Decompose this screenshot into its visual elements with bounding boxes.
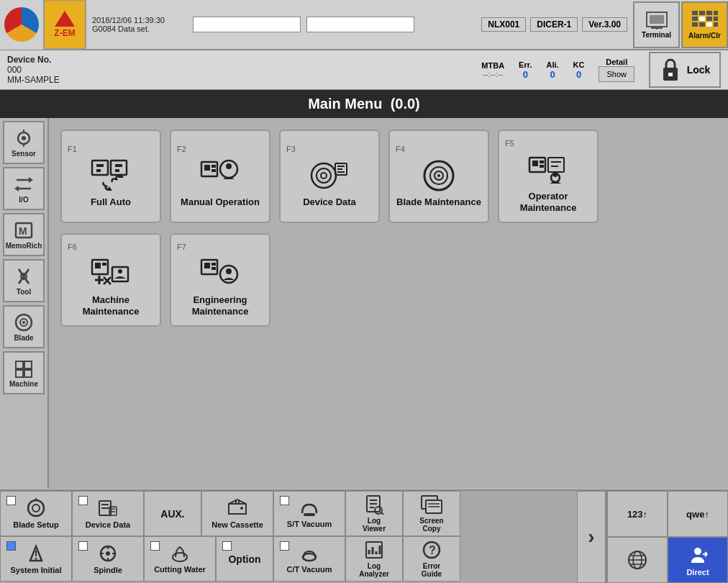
top-input-2[interactable] — [306, 17, 414, 32]
numpad-button[interactable]: 123↑ — [607, 491, 668, 537]
f7-card-label: Engineering Maintenance — [177, 294, 263, 317]
alarm-icon — [691, 10, 719, 32]
option-checkbox[interactable] — [222, 541, 232, 551]
next-page-button[interactable]: › — [577, 491, 606, 583]
svg-point-33 — [22, 321, 25, 324]
svg-rect-10 — [706, 17, 712, 21]
svg-rect-74 — [102, 263, 106, 266]
cutting-water-checkbox[interactable] — [150, 541, 160, 551]
sidebar-item-sensor[interactable]: Sensor — [3, 121, 45, 164]
cutting-water-button[interactable]: Cutting Water — [144, 536, 216, 582]
spindle-checkbox[interactable] — [78, 541, 88, 551]
f7-label: F7 — [177, 243, 186, 251]
right-row-1: 123↑ qwe↑ — [607, 491, 728, 537]
svg-rect-48 — [211, 165, 216, 168]
terminal-button[interactable]: Terminal — [633, 1, 680, 48]
qwepad-button[interactable]: qwe↑ — [668, 491, 728, 537]
bottom-device-data-button[interactable]: Device Data — [72, 491, 144, 536]
blade-setup-checkbox[interactable] — [6, 496, 16, 505]
f2-label: F2 — [177, 145, 186, 153]
f6-label: F6 — [68, 243, 77, 251]
log-viewer-button[interactable]: LogViewer — [345, 491, 403, 536]
system-initial-checkbox[interactable] — [6, 541, 16, 551]
svg-text:M: M — [19, 225, 27, 237]
sidebar-item-io[interactable]: I/O — [3, 167, 45, 210]
svg-rect-73 — [95, 263, 101, 268]
svg-rect-13 — [699, 22, 705, 27]
err-value: 0 — [523, 69, 528, 80]
sidebar-item-blade[interactable]: Blade — [3, 305, 45, 348]
new-cassette-icon — [226, 498, 249, 518]
svg-rect-41 — [111, 161, 127, 175]
lock-icon — [660, 57, 681, 83]
kc-stat: KC 0 — [573, 60, 585, 80]
z-em-button[interactable]: Z-EM — [43, 0, 86, 50]
svg-rect-47 — [204, 165, 210, 171]
svg-line-105 — [381, 512, 383, 515]
f4-blade-maintenance-button[interactable]: F4 Blade Maintenance — [388, 130, 489, 223]
alarm-label: Alarm/Clr — [688, 32, 721, 40]
new-cassette-button[interactable]: New Cassette — [201, 491, 273, 536]
direct-icon — [687, 544, 709, 566]
st-vacuum-button[interactable]: S/T Vacuum — [273, 491, 345, 536]
sidebar-item-machine[interactable]: Machine — [3, 351, 45, 394]
alarm-button[interactable]: Alarm/Clr — [681, 1, 728, 48]
device-no-label: Device No. — [7, 55, 481, 65]
f7-engineering-maintenance-button[interactable]: F7 Engineering Maintenance — [170, 233, 270, 327]
f4-card-label: Blade Maintenance — [396, 196, 481, 208]
device-row: Device No. 000 MM-SAMPLE MTBA --:--:-- E… — [0, 50, 728, 90]
op-maint-icon — [528, 153, 568, 186]
top-input-1[interactable] — [193, 17, 301, 32]
svg-rect-37 — [24, 370, 32, 377]
log-analyzer-button[interactable]: LogAnalyzer — [345, 536, 403, 582]
svg-point-86 — [226, 268, 232, 274]
globe-icon — [627, 549, 648, 571]
direct-button[interactable]: Direct — [668, 537, 728, 583]
svg-rect-43 — [115, 169, 119, 172]
svg-rect-49 — [211, 169, 216, 172]
svg-rect-14 — [706, 22, 712, 27]
system-initial-label: System Initial — [11, 566, 62, 574]
f2-card-label: Manual Operation — [181, 196, 260, 208]
sidebar-item-memorich[interactable]: M MemoRich — [3, 213, 45, 256]
svg-rect-65 — [540, 161, 544, 163]
full-auto-icon — [91, 159, 131, 192]
screen-copy-button[interactable]: ScreenCopy — [403, 491, 460, 536]
svg-point-87 — [28, 500, 44, 516]
aux-button[interactable]: AUX. — [144, 491, 201, 536]
top-center-inputs — [187, 17, 476, 32]
main-content: F1 Full Auto F2 — [49, 118, 728, 489]
device-data-checkbox[interactable] — [78, 496, 88, 505]
svg-text:?: ? — [429, 544, 436, 556]
ct-vacuum-button[interactable]: C/T Vacuum — [273, 536, 345, 582]
blade-sidebar-icon — [13, 312, 35, 333]
menu-row-1: F1 Full Auto F2 — [60, 130, 716, 223]
eng-maint-icon — [200, 257, 240, 290]
gcode-display: G0084 Data set. — [92, 24, 181, 33]
show-button[interactable]: Show — [599, 66, 634, 82]
system-initial-button[interactable]: System Initial — [0, 536, 72, 582]
svg-point-54 — [321, 173, 327, 178]
f3-device-data-button[interactable]: F3 Device Data — [279, 130, 380, 223]
system-initial-icon — [26, 543, 46, 564]
f2-manual-operation-button[interactable]: F2 Manual Operation — [170, 130, 270, 223]
ct-vacuum-checkbox[interactable] — [280, 541, 289, 551]
error-guide-button[interactable]: ? ErrorGuide — [403, 536, 460, 582]
error-guide-icon: ? — [422, 540, 442, 560]
f5-operator-maintenance-button[interactable]: F5 Operator Maintenance — [498, 130, 599, 223]
option-button[interactable]: Option — [216, 536, 273, 582]
f6-machine-maintenance-button[interactable]: F6 Machine Maintenance — [60, 233, 161, 327]
svg-rect-82 — [204, 263, 210, 268]
globe-button[interactable] — [607, 537, 668, 583]
svg-point-52 — [311, 163, 336, 188]
lock-button[interactable]: Lock — [649, 52, 721, 88]
blade-setup-button[interactable]: Blade Setup — [0, 491, 72, 536]
spindle-button[interactable]: Spindle — [72, 536, 144, 582]
direct-label: Direct — [686, 568, 709, 577]
log-analyzer-label: LogAnalyzer — [359, 562, 389, 578]
log-viewer-label: LogViewer — [363, 517, 386, 533]
sidebar-item-tool[interactable]: Tool — [3, 259, 45, 302]
st-vacuum-checkbox[interactable] — [280, 496, 289, 505]
svg-rect-83 — [211, 263, 216, 266]
f1-full-auto-button[interactable]: F1 Full Auto — [60, 130, 161, 223]
